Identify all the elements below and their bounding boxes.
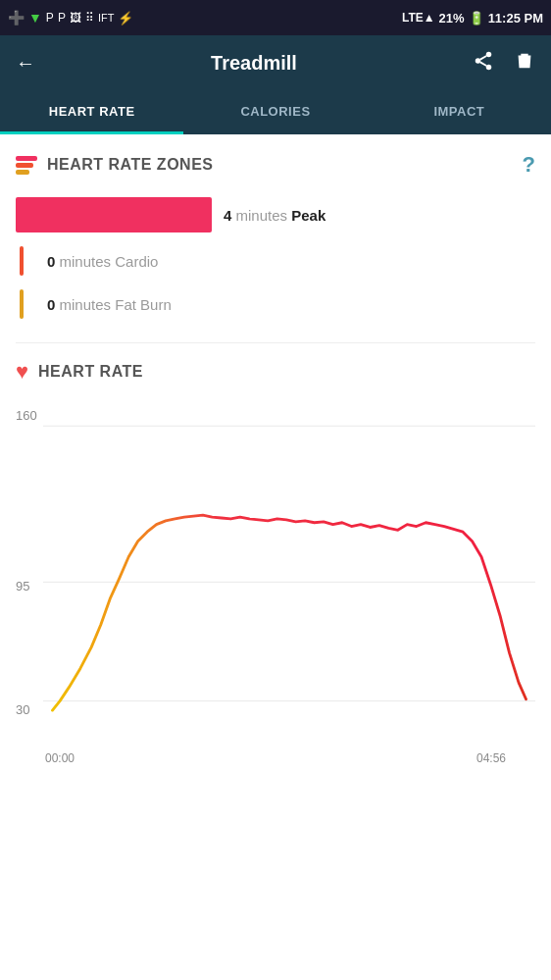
peak-text: 4 minutes Peak [224,207,326,224]
heart-rate-chart-container: 160 95 30 [0,394,551,785]
heart-chart-title: HEART RATE [38,363,143,381]
peak-bar [16,197,212,232]
x-labels: 00:00 04:56 [16,748,535,765]
cardio-minutes: 0 [47,253,60,270]
cardio-text: 0 minutes Cardio [47,253,158,270]
heart-rate-svg [43,394,535,748]
status-left-icons: ➕ ▼ P P 🖼 ⠿ IFT ⚡ [8,10,133,26]
peak-zone-name: Peak [291,207,326,224]
delete-button[interactable] [514,50,535,77]
peak-label: minutes [236,207,292,224]
download-icon: ▼ [28,10,42,26]
cardio-border [20,246,24,276]
zones-section-header: HEART RATE ZONES ? [0,134,551,187]
y-label-95: 95 [16,579,29,593]
status-bar: ➕ ▼ P P 🖼 ⠿ IFT ⚡ LTE▲ 21% 🔋 11:25 PM [0,0,551,35]
svg-line-3 [480,62,486,66]
fatburn-border [20,289,24,319]
signal-icon: LTE▲ [402,11,435,25]
header-actions [473,50,535,77]
fatburn-zone-name: Fat Burn [115,296,172,313]
bluetooth-icon: ⚡ [118,11,133,26]
peak-minutes: 4 [224,207,236,224]
pinterest-icon: P [46,11,54,25]
heart-icon: ♥ [16,359,28,385]
zone-peak: 4 minutes Peak [16,197,535,232]
chart-area: 160 95 30 [16,394,535,748]
clock: 11:25 PM [488,11,543,26]
help-button[interactable]: ? [523,152,535,178]
tab-impact[interactable]: IMPACT [368,90,551,132]
battery-icon: 🔋 [469,11,484,26]
image-icon: 🖼 [70,11,81,25]
svg-point-1 [476,58,481,64]
zones-icon [16,156,37,175]
back-button[interactable]: ← [16,52,35,75]
zone-fatburn: 0 minutes Fat Burn [16,289,535,319]
share-button[interactable] [473,50,494,77]
ift-icon: IFT [98,12,115,24]
cardio-label: minutes [60,253,116,270]
tab-heart-rate[interactable]: HEART RATE [0,90,183,132]
heart-rate-line [52,515,526,710]
tab-bar: HEART RATE CALORIES IMPACT [0,90,551,134]
add-icon: ➕ [8,10,25,26]
x-label-start: 00:00 [45,751,75,765]
page-title: Treadmill [211,52,297,75]
svg-point-2 [486,64,492,70]
y-label-30: 30 [16,702,29,717]
fatburn-label: minutes [60,296,116,313]
battery-percent: 21% [439,11,465,26]
main-content: HEART RATE ZONES ? 4 minutes Peak 0 minu… [0,134,551,785]
zones-title: HEART RATE ZONES [47,156,213,174]
fatburn-minutes: 0 [47,296,60,313]
fatburn-text: 0 minutes Fat Burn [47,296,172,313]
cardio-zone-name: Cardio [115,253,158,270]
pinterest-icon2: P [58,11,66,25]
grid-icon: ⠿ [85,11,94,25]
status-right-info: LTE▲ 21% 🔋 11:25 PM [402,11,543,26]
tab-calories[interactable]: CALORIES [183,90,367,132]
x-label-end: 04:56 [476,751,506,765]
svg-line-4 [480,55,486,59]
y-label-160: 160 [16,408,37,423]
svg-point-0 [486,51,492,57]
heart-chart-header: ♥ HEART RATE [0,343,551,394]
zones-list: 4 minutes Peak 0 minutes Cardio 0 minute… [0,187,551,342]
zone-cardio: 0 minutes Cardio [16,246,535,276]
zones-title-group: HEART RATE ZONES [16,156,213,175]
app-header: ← Treadmill [0,35,551,90]
